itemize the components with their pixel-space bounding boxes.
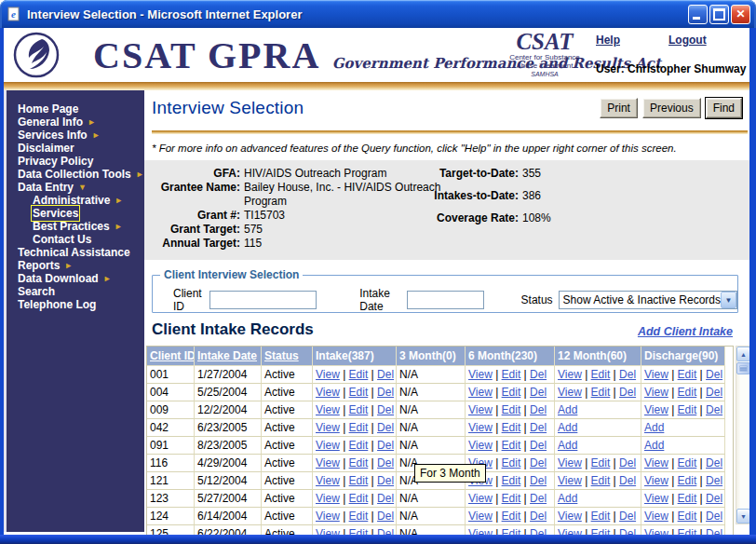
edit-link[interactable]: Edit <box>678 527 697 535</box>
intake-date-input[interactable] <box>407 291 484 309</box>
edit-link[interactable]: Edit <box>349 492 369 505</box>
del-link[interactable]: Del <box>706 456 722 469</box>
del-link[interactable]: Del <box>377 368 394 381</box>
view-link[interactable]: View <box>316 421 340 434</box>
del-link[interactable]: Del <box>530 492 547 505</box>
del-link[interactable]: Del <box>619 527 636 535</box>
edit-link[interactable]: Edit <box>502 403 521 416</box>
edit-link[interactable]: Edit <box>349 439 369 452</box>
add-link[interactable]: Add <box>558 439 577 452</box>
sidebar-item-home-page[interactable]: Home Page <box>7 102 144 116</box>
add-link[interactable]: Add <box>558 492 577 505</box>
edit-link[interactable]: Edit <box>349 527 369 535</box>
del-link[interactable]: Del <box>377 421 394 434</box>
view-link[interactable]: View <box>558 510 582 523</box>
sidebar-item-privacy-policy[interactable]: Privacy Policy <box>7 155 144 168</box>
edit-link[interactable]: Edit <box>591 474 611 487</box>
view-link[interactable]: View <box>558 368 582 381</box>
close-button[interactable] <box>731 5 750 24</box>
del-link[interactable]: Del <box>530 456 547 469</box>
column-header-status[interactable]: Status <box>262 347 313 366</box>
edit-link[interactable]: Edit <box>678 456 697 469</box>
del-link[interactable]: Del <box>377 474 394 487</box>
help-link[interactable]: Help <box>596 34 620 47</box>
del-link[interactable]: Del <box>706 510 722 523</box>
logout-link[interactable]: Logout <box>668 34 707 47</box>
edit-link[interactable]: Edit <box>502 527 521 535</box>
add-client-intake-link[interactable]: Add Client Intake <box>638 325 733 339</box>
edit-link[interactable]: Edit <box>502 456 521 469</box>
del-link[interactable]: Del <box>377 492 394 505</box>
del-link[interactable]: Del <box>530 368 547 381</box>
edit-link[interactable]: Edit <box>591 456 611 469</box>
del-link[interactable]: Del <box>530 403 547 416</box>
minimize-button[interactable] <box>688 5 708 24</box>
sidebar-item-contact-us[interactable]: Contact Us <box>7 233 144 246</box>
view-link[interactable]: View <box>644 510 668 523</box>
view-link[interactable]: View <box>316 439 340 452</box>
del-link[interactable]: Del <box>706 474 722 487</box>
sidebar-item-services[interactable]: Services <box>7 207 144 220</box>
del-link[interactable]: Del <box>619 456 636 469</box>
edit-link[interactable]: Edit <box>678 492 697 505</box>
sidebar-item-disclaimer[interactable]: Disclaimer <box>7 142 144 155</box>
add-link[interactable]: Add <box>644 421 664 434</box>
view-link[interactable]: View <box>468 492 493 505</box>
view-link[interactable]: View <box>644 527 668 535</box>
del-link[interactable]: Del <box>377 439 394 452</box>
del-link[interactable]: Del <box>377 510 394 523</box>
view-link[interactable]: View <box>558 527 582 535</box>
view-link[interactable]: View <box>558 386 582 399</box>
sidebar-item-data-download[interactable]: Data Download► <box>7 272 144 285</box>
edit-link[interactable]: Edit <box>591 527 611 535</box>
status-select[interactable]: Show Active & Inactive Records ▼ <box>559 291 737 309</box>
add-link[interactable]: Add <box>558 403 577 416</box>
edit-link[interactable]: Edit <box>349 386 369 399</box>
edit-link[interactable]: Edit <box>502 510 521 523</box>
edit-link[interactable]: Edit <box>502 439 521 452</box>
edit-link[interactable]: Edit <box>502 368 521 381</box>
client-id-input[interactable] <box>209 291 317 309</box>
edit-link[interactable]: Edit <box>678 510 697 523</box>
del-link[interactable]: Del <box>530 386 547 399</box>
edit-link[interactable]: Edit <box>678 386 697 399</box>
scrollbar-thumb[interactable] <box>736 362 749 374</box>
edit-link[interactable]: Edit <box>591 386 611 399</box>
view-link[interactable]: View <box>644 474 668 487</box>
edit-link[interactable]: Edit <box>591 510 611 523</box>
del-link[interactable]: Del <box>619 386 636 399</box>
previous-button[interactable]: Previous <box>642 98 701 118</box>
edit-link[interactable]: Edit <box>502 386 521 399</box>
edit-link[interactable]: Edit <box>349 474 369 487</box>
view-link[interactable]: View <box>468 439 493 452</box>
edit-link[interactable]: Edit <box>678 474 697 487</box>
view-link[interactable]: View <box>316 527 340 535</box>
view-link[interactable]: View <box>316 403 340 416</box>
table-scrollbar[interactable]: ▲ ▼ <box>736 346 749 524</box>
edit-link[interactable]: Edit <box>502 421 521 434</box>
del-link[interactable]: Del <box>619 368 636 381</box>
view-link[interactable]: View <box>468 386 493 399</box>
del-link[interactable]: Del <box>530 421 547 434</box>
del-link[interactable]: Del <box>706 492 722 505</box>
edit-link[interactable]: Edit <box>502 474 521 487</box>
edit-link[interactable]: Edit <box>349 456 369 469</box>
del-link[interactable]: Del <box>706 403 722 416</box>
del-link[interactable]: Del <box>706 368 722 381</box>
edit-link[interactable]: Edit <box>349 368 369 381</box>
view-link[interactable]: View <box>316 474 340 487</box>
sidebar-item-administrative[interactable]: Administrative► <box>7 194 144 207</box>
del-link[interactable]: Del <box>377 527 394 535</box>
del-link[interactable]: Del <box>377 386 394 399</box>
view-link[interactable]: View <box>558 456 582 469</box>
view-link[interactable]: View <box>468 403 493 416</box>
view-link[interactable]: View <box>558 474 582 487</box>
view-link[interactable]: View <box>316 386 340 399</box>
column-header-client-id[interactable]: Client ID <box>147 347 195 366</box>
view-link[interactable]: View <box>468 421 493 434</box>
find-button[interactable]: Find <box>706 98 742 118</box>
sidebar-item-reports[interactable]: Reports► <box>7 259 144 272</box>
view-link[interactable]: View <box>644 403 668 416</box>
del-link[interactable]: Del <box>706 527 722 535</box>
print-button[interactable]: Print <box>600 98 638 118</box>
